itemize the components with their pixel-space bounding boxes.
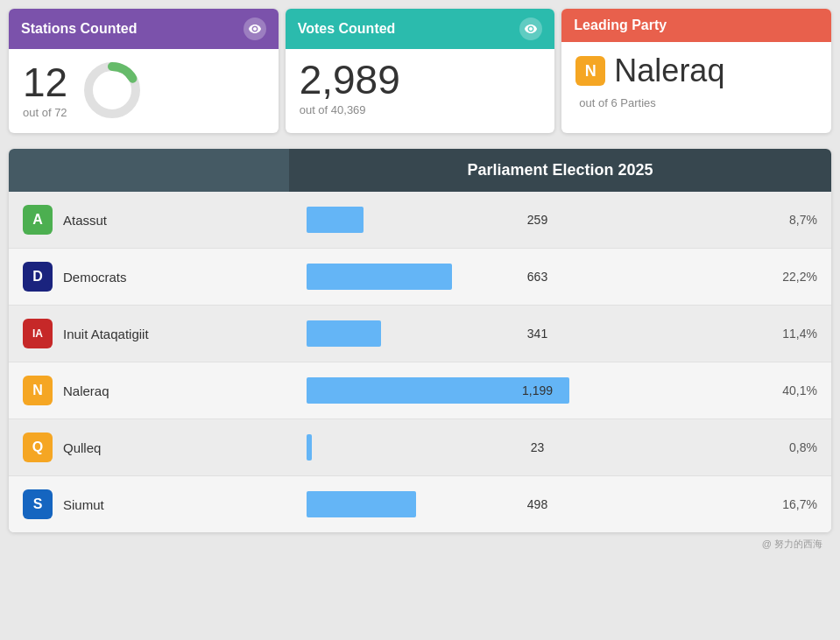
table-body: A Atassut 259 8,7% D Democrats 663 22, — [9, 192, 831, 532]
row-left-3: N Naleraq — [9, 362, 289, 418]
party-name-3: Naleraq — [63, 383, 109, 398]
votes-eye-button[interactable] — [519, 18, 542, 40]
votes-title: Votes Counted — [298, 21, 396, 37]
row-pct-2: 11,4% — [765, 327, 817, 341]
party-badge-N: N — [23, 376, 53, 405]
stations-donut-chart — [81, 60, 143, 121]
party-badge-IA: IA — [23, 319, 53, 348]
row-left-4: Q Qulleq — [9, 419, 289, 475]
table-row: N Naleraq 1,199 40,1% — [9, 362, 831, 419]
table-row: S Siumut 498 16,7% — [9, 476, 831, 532]
top-cards-section: Stations Counted 12 out of 72 Votes C — [9, 9, 831, 133]
stations-card-header: Stations Counted — [9, 9, 279, 49]
stations-title: Stations Counted — [21, 21, 137, 37]
row-pct-4: 0,8% — [765, 440, 817, 454]
party-badge-A: A — [23, 205, 53, 235]
row-data-0: 259 8,7% — [303, 200, 817, 239]
bar-5 — [307, 491, 416, 517]
stations-card-body: 12 out of 72 — [9, 49, 279, 133]
leading-party-name: Naleraq — [614, 53, 724, 89]
table-row: IA Inuit Ataqatigiit 341 11,4% — [9, 306, 831, 362]
party-badge-D: D — [23, 262, 53, 292]
bar-1 — [307, 264, 452, 290]
row-pct-0: 8,7% — [765, 213, 817, 227]
row-left-2: IA Inuit Ataqatigiit — [9, 306, 289, 362]
stations-value: 12 — [23, 62, 67, 102]
row-data-4: 23 0,8% — [303, 428, 817, 467]
row-votes-0: 259 — [520, 213, 547, 227]
votes-sub: out of 40,369 — [300, 103, 400, 116]
party-name-1: Democrats — [63, 270, 127, 285]
votes-value: 2,989 — [300, 60, 400, 100]
election-table: Parliament Election 2025 A Atassut 259 8… — [9, 149, 831, 532]
row-right-5: 498 16,7% — [289, 476, 831, 532]
party-name-0: Atassut — [63, 213, 107, 228]
watermark: @ 努力的西海 — [9, 532, 831, 552]
row-pct-1: 22,2% — [765, 270, 817, 284]
leading-party-sub: out of 6 Parties — [579, 96, 817, 109]
bar-container-1 — [303, 257, 452, 296]
row-right-3: 1,199 40,1% — [289, 362, 831, 418]
bar-container-4 — [303, 428, 312, 467]
party-name-5: Siumut — [63, 497, 104, 512]
leading-card-body: N Naleraq out of 6 Parties — [561, 42, 831, 122]
stations-card: Stations Counted 12 out of 72 — [9, 9, 279, 133]
row-right-4: 23 0,8% — [289, 419, 831, 475]
table-header: Parliament Election 2025 — [9, 149, 831, 192]
row-votes-1: 663 — [520, 270, 547, 284]
table-row: Q Qulleq 23 0,8% — [9, 419, 831, 476]
row-left-0: A Atassut — [9, 192, 289, 248]
stations-sub: out of 72 — [23, 106, 67, 119]
row-left-5: S Siumut — [9, 476, 289, 532]
leading-name-row: N Naleraq — [575, 53, 817, 89]
row-data-5: 498 16,7% — [303, 485, 817, 524]
leading-party-card: Leading Party N Naleraq out of 6 Parties — [561, 9, 831, 133]
table-title: Parliament Election 2025 — [289, 149, 831, 192]
party-name-4: Qulleq — [63, 440, 101, 455]
votes-card-header: Votes Counted — [286, 9, 555, 49]
row-votes-5: 498 — [520, 497, 547, 511]
row-data-1: 663 22,2% — [303, 257, 817, 296]
party-name-2: Inuit Ataqatigiit — [63, 327, 149, 341]
party-badge-Q: Q — [23, 433, 53, 462]
votes-card-body: 2,989 out of 40,369 — [286, 49, 555, 129]
party-badge-S: S — [23, 489, 53, 519]
bar-4 — [307, 434, 312, 461]
bar-container-2 — [303, 314, 381, 353]
row-pct-3: 40,1% — [765, 383, 817, 397]
leading-title: Leading Party — [574, 18, 667, 33]
row-votes-4: 23 — [524, 440, 545, 454]
row-data-3: 1,199 40,1% — [303, 371, 817, 410]
row-right-2: 341 11,4% — [289, 306, 831, 362]
row-left-1: D Democrats — [9, 249, 289, 305]
row-right-0: 259 8,7% — [289, 192, 831, 248]
table-row: D Democrats 663 22,2% — [9, 249, 831, 306]
row-data-2: 341 11,4% — [303, 314, 817, 353]
table-header-left — [9, 149, 289, 192]
bar-container-5 — [303, 485, 416, 524]
leading-party-badge: N — [575, 56, 605, 86]
bar-0 — [307, 207, 364, 233]
table-row: A Atassut 259 8,7% — [9, 192, 831, 249]
row-votes-3: 1,199 — [515, 383, 553, 397]
row-pct-5: 16,7% — [765, 497, 817, 511]
bar-2 — [307, 320, 381, 347]
leading-card-header: Leading Party — [561, 9, 831, 42]
row-votes-2: 341 — [520, 327, 547, 341]
row-right-1: 663 22,2% — [289, 249, 831, 305]
stations-eye-button[interactable] — [244, 18, 266, 40]
votes-card: Votes Counted 2,989 out of 40,369 — [286, 9, 555, 133]
bar-container-0 — [303, 200, 364, 239]
